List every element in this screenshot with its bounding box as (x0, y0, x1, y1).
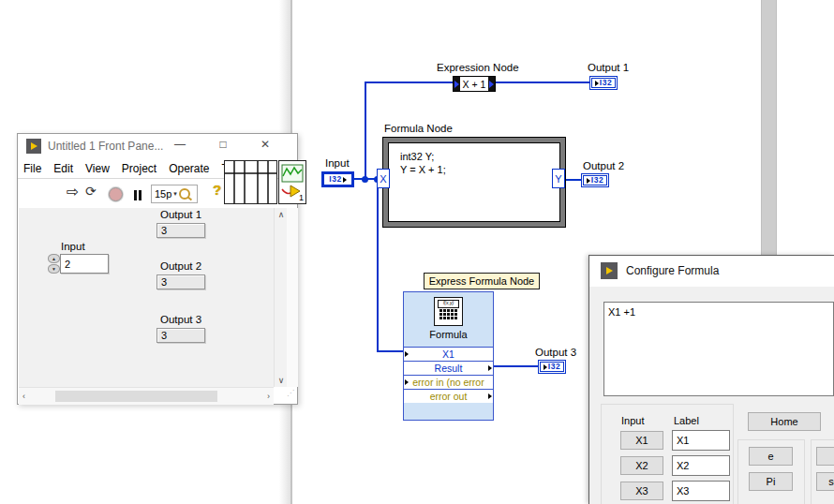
express-row-error-out[interactable]: error out (404, 389, 493, 403)
front-panel-canvas: Output 1 3 Input ▲ ▼ Output 2 3 Output 3… (19, 208, 274, 387)
dialog-titlebar[interactable]: Configure Formula (589, 256, 834, 287)
magnifier-icon (179, 188, 190, 200)
wire (365, 82, 366, 180)
front-panel-hscrollbar[interactable]: ‹ › (19, 387, 274, 405)
wire-junction (362, 176, 368, 183)
input-field[interactable] (60, 254, 109, 274)
input-x2-button[interactable]: X2 (620, 456, 663, 475)
express-formula-node[interactable]: f(x,y) Formula X1 Result error in (no er… (403, 291, 494, 421)
terminal-arrow-icon (343, 177, 347, 183)
formula-node-code: int32 Y; Y = X + 1; (388, 142, 560, 222)
star-button[interactable]: * (816, 447, 834, 466)
maximize-icon[interactable]: □ (216, 138, 230, 151)
output1-label: Output 1 (160, 209, 201, 220)
formula-node-y-terminal[interactable]: Y (552, 169, 565, 188)
home-button[interactable]: Home (748, 412, 821, 431)
output3-terminal[interactable]: I32 (538, 360, 566, 374)
pi-button[interactable]: Pi (749, 472, 793, 491)
output2-terminal-type: I32 (591, 176, 603, 185)
express-row-result[interactable]: Result (404, 361, 493, 375)
close-icon[interactable]: ✕ (259, 138, 272, 151)
output1-terminal[interactable]: I32 (589, 76, 618, 90)
formula-node[interactable]: int32 Y; Y = X + 1; (382, 137, 566, 228)
output-arrow-icon (488, 365, 492, 371)
spinner-down-icon[interactable]: ▼ (48, 264, 60, 274)
formula-textarea[interactable]: X1 +1 (603, 302, 834, 396)
front-panel-title: Untitled 1 Front Pane... (48, 140, 163, 153)
input-terminal[interactable]: I32 (321, 171, 354, 187)
scroll-left-icon[interactable]: ‹ (22, 392, 25, 401)
panel-right-margin (287, 208, 298, 387)
spinner-up-icon[interactable]: ▲ (48, 254, 60, 263)
chevron-down-icon: ▾ (173, 190, 177, 198)
expression-node-caption: Expression Node (437, 62, 519, 73)
terminal-arrow-icon (595, 81, 599, 86)
expression-output-arrow-icon (488, 77, 495, 91)
wire (365, 82, 453, 83)
wire (565, 179, 582, 181)
resize-grip-icon[interactable]: ⋰ (287, 389, 298, 402)
font-settings-dropdown[interactable]: 15p ▾ (151, 185, 198, 203)
formula-code-line1: int32 Y; (400, 150, 559, 163)
diagram-vertical-scrollbar[interactable] (761, 0, 777, 255)
output2-label: Output 2 (160, 260, 201, 272)
menu-operate[interactable]: Operate (169, 162, 209, 175)
express-row-error-in[interactable]: error in (no error (404, 375, 493, 389)
output-arrow-icon (488, 393, 492, 399)
express-row-result-label: Result (435, 363, 463, 374)
labview-icon (26, 139, 41, 154)
menu-view[interactable]: View (85, 162, 110, 175)
output3-terminal-type: I32 (548, 363, 560, 371)
wire (494, 365, 539, 367)
scroll-down-icon[interactable]: ∨ (275, 376, 288, 385)
output1-value: 3 (156, 223, 205, 238)
output3-terminal-label: Output 3 (535, 347, 576, 358)
express-node-caption: Express Formula Node (424, 273, 540, 289)
terminal-arrow-icon (544, 364, 547, 370)
formula-node-caption: Formula Node (384, 123, 453, 134)
help-icon[interactable]: ? (213, 182, 221, 198)
align-objects-grid-icon[interactable] (224, 160, 277, 204)
front-panel-vscrollbar[interactable]: ∧ ∨ (274, 208, 288, 387)
input-terminal-label: Input (325, 157, 350, 169)
dialog-title: Configure Formula (626, 264, 719, 277)
output2-terminal[interactable]: I32 (581, 173, 609, 187)
input-x3-button[interactable]: X3 (620, 482, 663, 500)
calculator-icon: f(x,y) (434, 297, 463, 326)
scroll-up-icon[interactable]: ∧ (275, 210, 288, 219)
e-button[interactable]: e (749, 447, 793, 466)
express-row-x1-label: X1 (442, 348, 454, 360)
input-arrow-icon (405, 351, 409, 357)
sqrt-button[interactable]: sqrt (816, 472, 834, 491)
formula-node-x-terminal[interactable]: X (377, 169, 390, 188)
formula-code-line2: Y = X + 1; (400, 163, 559, 176)
vi-icon[interactable]: 1 (278, 160, 306, 204)
pause-icon[interactable] (134, 187, 143, 204)
express-row-x1[interactable]: X1 (404, 347, 493, 361)
front-panel-titlebar[interactable]: Untitled 1 Front Pane... — □ ✕ (18, 134, 297, 158)
input-x1-button[interactable]: X1 (620, 431, 663, 450)
hscrollbar-thumb[interactable] (55, 391, 217, 402)
menu-edit[interactable]: Edit (53, 162, 73, 175)
expression-node[interactable]: X + 1 (453, 76, 496, 92)
menu-file[interactable]: File (23, 162, 41, 175)
menu-project[interactable]: Project (122, 162, 156, 175)
column-header-label: Label (674, 415, 699, 426)
label-x3-field[interactable] (672, 481, 730, 501)
output1-terminal-type: I32 (600, 79, 612, 87)
label-x1-field[interactable] (672, 430, 730, 451)
minimize-icon[interactable]: — (173, 138, 186, 151)
output2-terminal-label: Output 2 (583, 160, 624, 171)
express-row-error-in-label: error in (no error (412, 377, 484, 388)
wire (495, 82, 590, 83)
wire (377, 178, 379, 352)
input-label: Input (61, 241, 85, 252)
run-icon[interactable]: ⇨ (67, 183, 79, 200)
label-x2-field[interactable] (672, 455, 730, 476)
input-spinner: ▲ ▼ (48, 254, 60, 274)
labview-icon (601, 262, 618, 279)
run-continuous-icon[interactable]: ⟳ (85, 184, 97, 199)
terminal-arrow-icon (587, 178, 590, 184)
scroll-right-icon[interactable]: › (267, 392, 270, 401)
abort-icon[interactable] (109, 187, 123, 201)
